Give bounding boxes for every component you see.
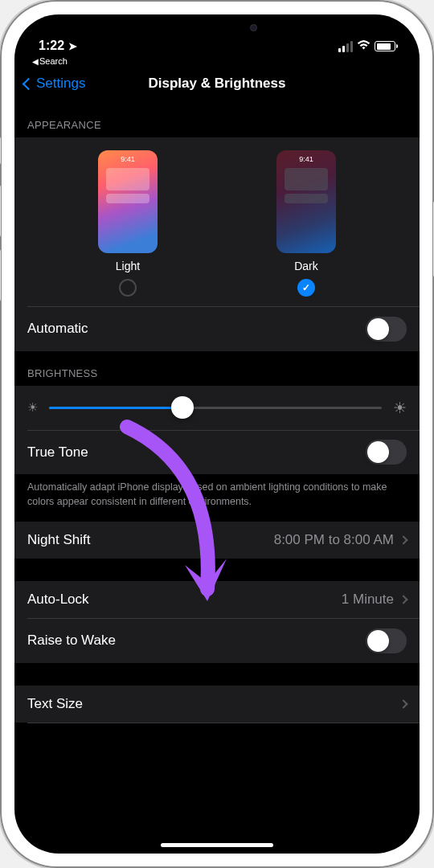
- appearance-section-header: APPEARANCE: [14, 103, 420, 137]
- sun-bright-icon: ☀︎: [393, 399, 407, 417]
- back-button[interactable]: Settings: [24, 76, 85, 92]
- status-left: 1:22 ➤: [39, 39, 77, 53]
- mute-switch: [0, 137, 1, 165]
- automatic-label: Automatic: [27, 321, 88, 337]
- autolock-value: 1 Minute: [342, 592, 394, 608]
- nightshift-value: 8:00 PM to 8:00 AM: [274, 532, 394, 548]
- brightness-slider-row: ☀︎ ☀︎: [14, 386, 420, 430]
- slider-knob[interactable]: [171, 396, 194, 419]
- status-right: [338, 39, 395, 53]
- chevron-left-icon: [23, 77, 35, 90]
- brightness-section-header: BRIGHTNESS: [14, 351, 420, 386]
- device-frame: 1:22 ➤ ◀ Search Settings Display: [0, 0, 434, 868]
- screen: 1:22 ➤ ◀ Search Settings Display: [14, 14, 420, 854]
- chevron-right-icon: [399, 595, 407, 604]
- textsize-cell[interactable]: Text Size: [14, 686, 420, 723]
- thumb-time: 9:41: [299, 155, 313, 163]
- appearance-group: 9:41 Light 9:41 Dark ✓: [14, 137, 420, 351]
- nightshift-label: Night Shift: [27, 532, 90, 548]
- checkmark-icon: ✓: [302, 282, 310, 293]
- back-label: Settings: [36, 76, 85, 92]
- front-camera: [250, 24, 257, 31]
- cellular-signal-icon: [338, 41, 353, 52]
- textsize-label: Text Size: [27, 696, 83, 712]
- text-group: Text Size: [14, 686, 420, 723]
- truetone-toggle[interactable]: [366, 440, 407, 465]
- sun-dim-icon: ☀︎: [27, 400, 38, 415]
- truetone-cell: True Tone: [14, 430, 420, 474]
- chevron-right-icon: [399, 699, 407, 708]
- volume-up-button: [0, 185, 1, 237]
- divider: [27, 723, 420, 723]
- automatic-toggle[interactable]: [366, 317, 407, 342]
- chevron-right-icon: [399, 535, 407, 544]
- light-radio[interactable]: [119, 279, 137, 297]
- page-title: Display & Brightness: [149, 76, 286, 92]
- autolock-label: Auto-Lock: [27, 592, 89, 608]
- autolock-cell[interactable]: Auto-Lock 1 Minute: [14, 581, 420, 618]
- dark-label: Dark: [294, 260, 318, 272]
- appearance-option-light[interactable]: 9:41 Light: [98, 150, 158, 297]
- thumb-time: 9:41: [121, 155, 135, 163]
- location-icon: ➤: [68, 40, 77, 52]
- volume-down-button: [0, 249, 1, 301]
- appearance-row: 9:41 Light 9:41 Dark ✓: [14, 137, 420, 306]
- nav-bar: Settings Display & Brightness: [14, 66, 420, 103]
- battery-icon: [375, 41, 395, 51]
- lock-group: Auto-Lock 1 Minute Raise to Wake: [14, 581, 420, 663]
- nightshift-cell[interactable]: Night Shift 8:00 PM to 8:00 AM: [14, 522, 420, 559]
- brightness-slider[interactable]: [49, 407, 382, 409]
- home-indicator[interactable]: [161, 843, 273, 847]
- notch: [133, 14, 301, 40]
- raise-label: Raise to Wake: [27, 633, 116, 649]
- wifi-icon: [357, 39, 371, 53]
- dark-thumbnail: 9:41: [276, 150, 336, 253]
- automatic-cell: Automatic: [14, 307, 420, 351]
- nightshift-group: Night Shift 8:00 PM to 8:00 AM: [14, 522, 420, 559]
- status-time: 1:22: [39, 39, 64, 53]
- truetone-footer: Automatically adapt iPhone display based…: [14, 474, 420, 522]
- truetone-label: True Tone: [27, 444, 88, 461]
- content: APPEARANCE 9:41 Light 9:41: [14, 103, 420, 845]
- dark-radio[interactable]: ✓: [297, 279, 315, 297]
- brightness-group: ☀︎ ☀︎ True Tone: [14, 386, 420, 475]
- raise-toggle[interactable]: [366, 628, 407, 653]
- appearance-option-dark[interactable]: 9:41 Dark ✓: [276, 150, 336, 297]
- light-label: Light: [116, 260, 140, 272]
- back-to-app-button[interactable]: ◀ Search: [14, 55, 420, 66]
- raise-cell: Raise to Wake: [14, 619, 420, 663]
- back-app-label: Search: [39, 56, 68, 66]
- light-thumbnail: 9:41: [98, 150, 158, 253]
